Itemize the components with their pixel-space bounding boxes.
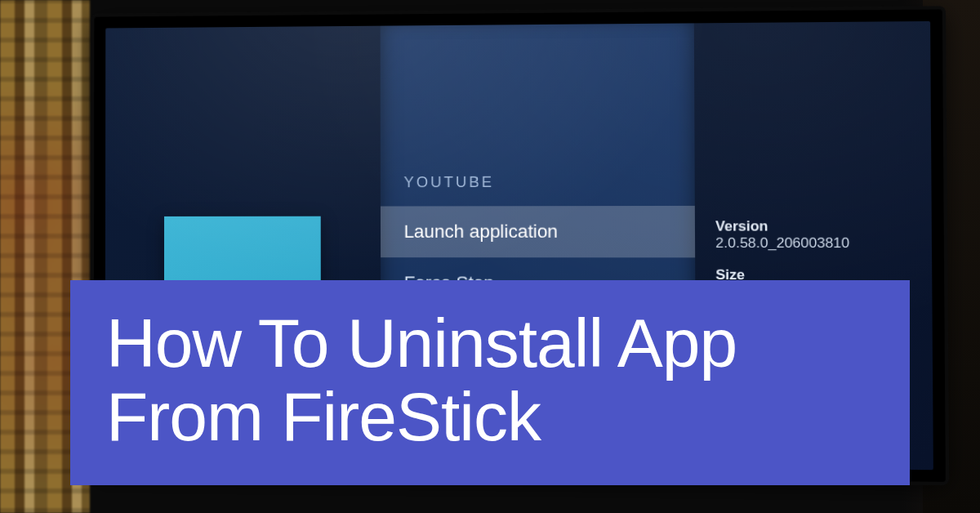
menu-item-launch[interactable]: Launch application: [381, 206, 695, 257]
tutorial-title-overlay: How To Uninstall App From FireStick: [70, 280, 910, 485]
app-header: YOUTUBE: [381, 173, 695, 206]
info-version-label: Version: [715, 218, 911, 235]
info-version-value: 2.0.58.0_206003810: [715, 235, 911, 252]
